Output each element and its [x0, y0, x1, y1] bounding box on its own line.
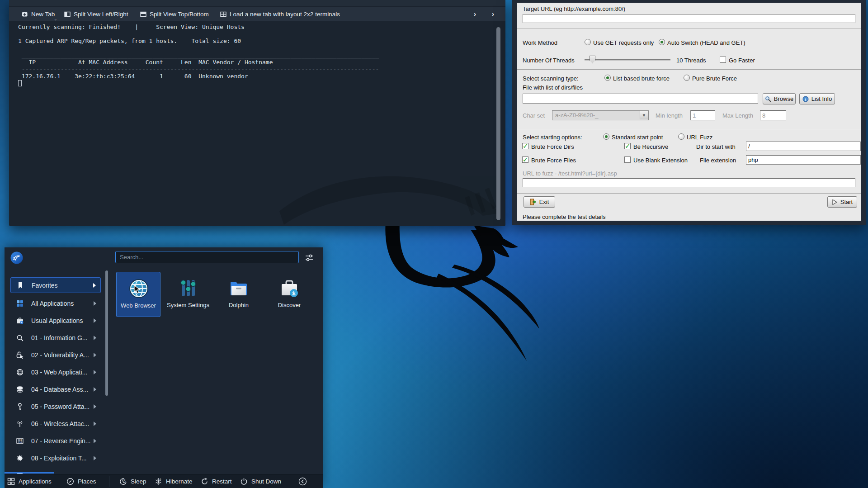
- terminal-output-area[interactable]: Currently scanning: Finished! | Screen V…: [9, 21, 505, 226]
- list-based-radio[interactable]: [604, 75, 611, 81]
- separator: [517, 193, 861, 194]
- sidebar-item-reverse-engineering[interactable]: 101 110 07 - Reverse Engin...: [10, 433, 101, 449]
- sidebar-item-password-attacks[interactable]: 05 - Password Atta...: [10, 398, 101, 414]
- url-fuzz-label: URL Fuzz: [687, 134, 712, 141]
- terminal-cursor: [18, 80, 22, 86]
- hibernate-snowflake-icon: z: [155, 478, 162, 485]
- split-view-left-right-button[interactable]: Split View Left/Right: [64, 7, 128, 21]
- shutdown-button[interactable]: Shut Down: [240, 474, 281, 488]
- start-options-label: Select starting options:: [523, 134, 582, 141]
- new-tab-chevron-down-icon[interactable]: ⌄: [54, 17, 57, 21]
- min-length-input[interactable]: [690, 110, 715, 120]
- active-tab-indicator: [5, 472, 54, 474]
- work-method-get-radio[interactable]: [585, 39, 591, 45]
- app-tile-discover[interactable]: Discover: [267, 272, 311, 317]
- min-length-label: Min length: [656, 112, 683, 119]
- standard-start-label: Standard start point: [612, 134, 663, 141]
- app-tile-system-settings[interactable]: System Settings: [166, 272, 210, 317]
- sidebar-scrollbar[interactable]: [105, 270, 108, 396]
- terminal-scrollbar[interactable]: [496, 27, 500, 220]
- grid-2x2-layout-icon: [220, 11, 226, 17]
- split-view-top-bottom-button[interactable]: Split View Top/Bottom: [140, 7, 209, 21]
- sidebar-item-database-assessment[interactable]: 04 - Database Ass...: [10, 381, 101, 397]
- load-2x2-layout-button[interactable]: Load a new tab with layout 2x2 terminals: [220, 7, 340, 21]
- kali-logo: [10, 251, 23, 264]
- dir-start-label: Dir to start with: [696, 143, 736, 150]
- sidebar-item-usual-applications[interactable]: Usual Applications: [10, 313, 101, 328]
- netdiscover-output: Currently scanning: Finished! | Screen V…: [18, 24, 488, 80]
- binary-icon: 101 110: [16, 437, 24, 445]
- restart-button[interactable]: Restart: [201, 474, 232, 488]
- brute-force-dirs-label: Brute Force Dirs: [531, 143, 574, 150]
- info-icon: i: [802, 96, 809, 102]
- chevron-right-icon: [94, 301, 96, 306]
- url-fuzz-radio[interactable]: [678, 133, 684, 140]
- menu-footer-bar: Applications Places z z Sleep: [5, 474, 323, 488]
- briefcase-icon: [16, 317, 24, 325]
- tab-places[interactable]: Places: [66, 474, 96, 488]
- go-faster-checkbox[interactable]: [720, 57, 726, 63]
- file-list-label: File with list of dirs/files: [523, 84, 583, 91]
- sidebar-item-information-gathering[interactable]: 01 - Information G...: [10, 330, 101, 346]
- url-fuzz-input[interactable]: [523, 178, 855, 187]
- list-info-button[interactable]: i List Info: [799, 93, 835, 104]
- sleep-button[interactable]: z z Sleep: [119, 474, 146, 488]
- sidebar-item-exploitation-tools[interactable]: 08 - Exploitation T...: [10, 450, 101, 466]
- brute-force-dirs-checkbox[interactable]: [522, 143, 528, 149]
- collapse-menu-button[interactable]: [298, 474, 307, 488]
- target-url-input[interactable]: [523, 14, 855, 23]
- be-recursive-label: Be Recursive: [633, 143, 668, 150]
- antenna-icon: [16, 420, 24, 428]
- new-tab-button[interactable]: New Tab: [22, 7, 55, 21]
- terminal-toolbar: New Tab ⌄ Split View Left/Right Split Vi…: [9, 7, 505, 21]
- tabbar-next-icon[interactable]: ›: [492, 10, 494, 18]
- sidebar-item-favorites[interactable]: Favorites: [10, 277, 101, 293]
- be-recursive-checkbox[interactable]: [624, 143, 631, 149]
- chevron-left-circle-icon: [298, 477, 307, 486]
- charset-value: a-zA-Z0-9%20-_: [555, 112, 598, 118]
- charset-dropdown[interactable]: a-zA-Z0-9%20-_ ▼: [552, 110, 649, 120]
- sidebar-item-label: 07 - Reverse Engin...: [31, 437, 91, 445]
- restart-label: Restart: [212, 478, 232, 485]
- separator: [517, 129, 861, 130]
- scan-type-label: Select scanning type:: [523, 75, 579, 82]
- threads-slider-thumb[interactable]: [590, 56, 595, 63]
- work-method-auto-label: Auto Switch (HEAD and GET): [667, 39, 745, 46]
- browse-button[interactable]: Browse: [763, 93, 796, 104]
- blank-extension-checkbox[interactable]: [624, 156, 631, 163]
- sidebar-item-all-applications[interactable]: All Applications: [10, 295, 101, 311]
- app-label: Web Browser: [118, 302, 159, 309]
- sidebar-item-vulnerability-analysis[interactable]: 02 - Vulnerability A...: [10, 347, 101, 363]
- app-tile-web-browser[interactable]: Web Browser: [116, 272, 160, 317]
- sidebar-item-web-application-analysis[interactable]: 03 - Web Applicati...: [10, 364, 101, 380]
- pure-brute-radio[interactable]: [684, 75, 690, 81]
- configure-tune-icon[interactable]: [305, 253, 314, 262]
- file-list-input[interactable]: [523, 94, 758, 104]
- sleep-label: Sleep: [131, 478, 146, 485]
- search-input[interactable]: [115, 251, 299, 263]
- restart-icon: [201, 478, 208, 485]
- start-button[interactable]: Start: [827, 196, 857, 208]
- exit-button[interactable]: Exit: [524, 196, 555, 208]
- split-view-tb-label: Split View Top/Bottom: [150, 11, 209, 18]
- discover-bag-icon: [279, 278, 299, 298]
- sidebar-item-label: 04 - Database Ass...: [31, 386, 88, 393]
- kali-application-launcher: Kali Favorites All Applications Usual Ap…: [5, 247, 323, 488]
- target-url-label: Target URL (eg http://example.com:80/): [523, 5, 625, 12]
- hibernate-button[interactable]: z Hibernate: [155, 474, 193, 488]
- brute-force-files-checkbox[interactable]: [522, 156, 528, 163]
- threads-slider[interactable]: [585, 59, 670, 61]
- standard-start-radio[interactable]: [603, 133, 609, 140]
- bookmark-icon: [16, 281, 24, 289]
- list-based-label: List based brute force: [613, 75, 670, 82]
- app-tile-dolphin[interactable]: Dolphin: [217, 272, 261, 317]
- tab-applications[interactable]: Applications: [7, 474, 52, 488]
- file-extension-input[interactable]: [746, 155, 861, 165]
- magnifier-icon: [765, 96, 771, 102]
- chevron-right-icon: [94, 422, 96, 426]
- tabbar-scroll-right-icon[interactable]: ›: [474, 10, 476, 18]
- max-length-input[interactable]: [760, 110, 786, 120]
- sidebar-item-wireless-attacks[interactable]: 06 - Wireless Attac...: [10, 416, 101, 431]
- dir-start-input[interactable]: [746, 142, 861, 151]
- work-method-auto-radio[interactable]: [659, 39, 665, 45]
